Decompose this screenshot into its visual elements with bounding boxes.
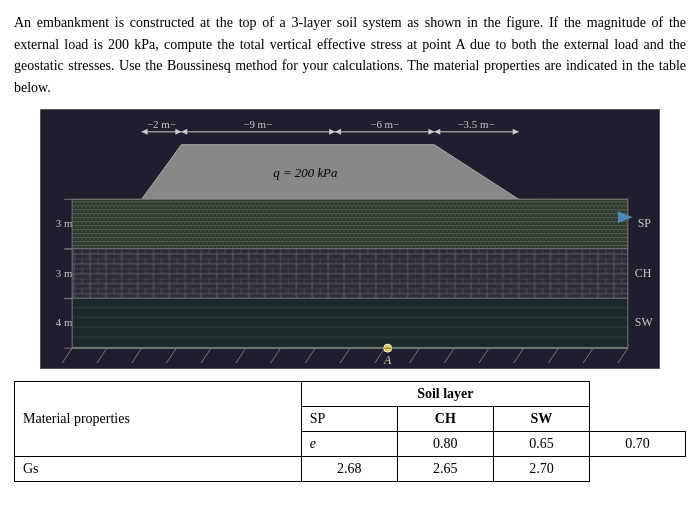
soil-layer-header: Soil layer <box>301 381 589 406</box>
sp-e-value: 0.80 <box>397 431 493 456</box>
col-sp-header: SP <box>301 406 397 431</box>
col-sw-header: SW <box>493 406 589 431</box>
sp-gs-value: 2.68 <box>301 456 397 481</box>
svg-text:4 m: 4 m <box>56 316 73 328</box>
svg-text:3 m: 3 m <box>56 266 73 278</box>
svg-text:−6 m−: −6 m− <box>370 118 399 130</box>
svg-text:−9 m−: −9 m− <box>243 118 272 130</box>
ch-gs-value: 2.65 <box>397 456 493 481</box>
svg-text:3 m: 3 m <box>56 217 73 229</box>
svg-rect-40 <box>72 249 628 299</box>
svg-rect-38 <box>72 199 628 249</box>
svg-text:−3.5 m−: −3.5 m− <box>457 118 494 130</box>
svg-rect-42 <box>72 298 628 348</box>
sw-e-value: 0.70 <box>589 431 685 456</box>
ch-e-value: 0.65 <box>493 431 589 456</box>
figure-container: −2 m− −9 m− −6 m− −3.5 m− q = 200 kPa <box>14 109 686 369</box>
svg-text:SP: SP <box>638 216 652 230</box>
mat-props-label: Material properties <box>15 381 302 456</box>
table-container: Material properties Soil layer SP CH SW … <box>14 381 686 482</box>
gs-label: Gs <box>15 456 302 481</box>
sw-gs-value: 2.70 <box>493 456 589 481</box>
e-label: e <box>301 431 397 456</box>
svg-text:−2 m−: −2 m− <box>147 118 176 130</box>
svg-text:q = 200 kPa: q = 200 kPa <box>273 166 337 180</box>
properties-table: Material properties Soil layer SP CH SW … <box>14 381 686 482</box>
figure: −2 m− −9 m− −6 m− −3.5 m− q = 200 kPa <box>40 109 660 369</box>
svg-text:SW: SW <box>635 315 654 329</box>
col-ch-header: CH <box>397 406 493 431</box>
problem-text: An embankment is constructed at the top … <box>14 12 686 99</box>
svg-text:CH: CH <box>635 265 652 279</box>
svg-text:A: A <box>383 353 392 367</box>
